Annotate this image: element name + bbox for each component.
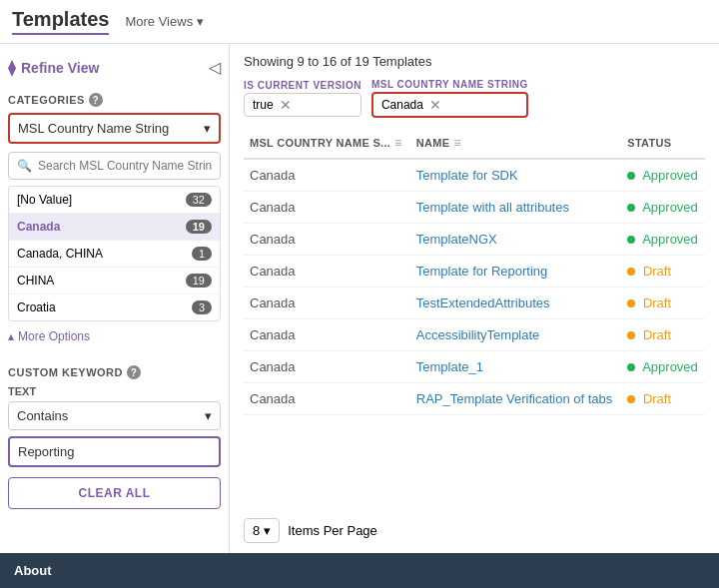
cell-country: Canada (244, 256, 410, 288)
table-row: Canada Template with all attributes Appr… (244, 192, 705, 224)
filter-item-no-value[interactable]: [No Value] 32 (9, 187, 220, 214)
main-layout: ⧫ Refine View ◁ CATEGORIES ? MSL Country… (0, 44, 719, 553)
cell-name[interactable]: Template_1 (410, 351, 621, 383)
refine-title: ⧫ Refine View (8, 59, 99, 77)
cell-name[interactable]: AccessibilityTemplate (410, 319, 621, 351)
cell-name[interactable]: Template with all attributes (410, 192, 621, 224)
categories-label: CATEGORIES ? (8, 93, 221, 107)
status-dot-icon (627, 395, 635, 403)
category-search-box[interactable]: 🔍 (8, 152, 221, 180)
custom-keyword-help-icon: ? (127, 365, 141, 379)
filter-tag-group-country: MSL COUNTRY NAME STRING Canada ✕ (371, 79, 528, 118)
per-page-dropdown[interactable]: 8 ▾ (244, 518, 280, 543)
col-header-country: MSL COUNTRY NAME S... ≡ (244, 128, 410, 159)
results-table-container: MSL COUNTRY NAME S... ≡ NAME ≡ (230, 128, 719, 508)
filter-list: [No Value] 32 Canada 19 Canada, CHINA 1 … (8, 186, 221, 321)
status-dot-icon (627, 204, 635, 212)
cell-country: Canada (244, 383, 410, 415)
collapse-sidebar-button[interactable]: ◁ (209, 58, 221, 77)
chevron-down-icon: ▾ (205, 408, 212, 423)
filter-item-china[interactable]: CHINA 19 (9, 268, 220, 294)
cell-country: Canada (244, 192, 410, 224)
chevron-down-icon: ▾ (197, 14, 204, 29)
filter-item-canada[interactable]: Canada 19 (9, 214, 220, 241)
footer: About (0, 553, 719, 588)
filter-tag-group-version: IS CURRENT VERSION true ✕ (244, 80, 361, 117)
sidebar: ⧫ Refine View ◁ CATEGORIES ? MSL Country… (0, 44, 230, 553)
chevron-up-icon: ▴ (8, 329, 14, 343)
cell-status: Draft (621, 288, 705, 319)
table-row: Canada Template_1 Approved (244, 351, 705, 383)
remove-version-filter-button[interactable]: ✕ (280, 97, 292, 113)
table-row: Canada Template for SDK Approved (244, 159, 705, 192)
table-row: Canada AccessibilityTemplate Draft (244, 319, 705, 351)
cell-country: Canada (244, 319, 410, 351)
col-header-name: NAME ≡ (410, 128, 621, 159)
cell-country: Canada (244, 159, 410, 192)
keyword-text-input[interactable] (8, 436, 221, 467)
refine-header: ⧫ Refine View ◁ (8, 52, 221, 83)
pagination-bar: 8 ▾ Items Per Page (230, 508, 719, 553)
status-dot-icon (627, 236, 635, 244)
chevron-down-icon: ▾ (204, 121, 211, 136)
table-row: Canada Template for Reporting Draft (244, 256, 705, 288)
custom-keyword-section: CUSTOM KEYWORD ? TEXT Contains ▾ (8, 355, 221, 467)
col-header-status: STATUS (621, 128, 705, 159)
cell-country: Canada (244, 224, 410, 256)
content-panel: Showing 9 to 16 of 19 Templates IS CURRE… (230, 44, 719, 553)
filter-tag-country: Canada ✕ (371, 92, 528, 118)
filter-icon: ⧫ (8, 59, 15, 77)
cell-name[interactable]: Template for Reporting (410, 256, 621, 288)
cell-status: Draft (621, 256, 705, 288)
cell-status: Approved (621, 192, 705, 224)
per-page-label: Items Per Page (288, 523, 377, 538)
cell-name[interactable]: RAP_Template Verification of tabs (410, 383, 621, 415)
cell-country: Canada (244, 288, 410, 319)
col-menu-country-icon[interactable]: ≡ (394, 136, 401, 150)
status-dot-icon (627, 299, 635, 307)
footer-about-label: About (14, 563, 52, 578)
more-views-label: More Views (125, 14, 193, 29)
more-views-button[interactable]: More Views ▾ (125, 14, 204, 29)
cell-country: Canada (244, 351, 410, 383)
status-dot-icon (627, 172, 635, 180)
cell-name[interactable]: TestExtendedAttributes (410, 288, 621, 319)
table-row: Canada TemplateNGX Approved (244, 224, 705, 256)
table-row: Canada TestExtendedAttributes Draft (244, 288, 705, 319)
remove-country-filter-button[interactable]: ✕ (429, 97, 441, 113)
category-dropdown[interactable]: MSL Country Name String ▾ (8, 113, 221, 144)
chevron-down-icon: ▾ (264, 523, 271, 538)
page-title: Templates (12, 8, 109, 35)
custom-keyword-label: CUSTOM KEYWORD ? (8, 365, 221, 379)
text-label: TEXT (8, 385, 221, 397)
filter-item-croatia[interactable]: Croatia 3 (9, 294, 220, 320)
cell-name[interactable]: Template for SDK (410, 159, 621, 192)
status-dot-icon (627, 268, 635, 276)
cell-status: Draft (621, 383, 705, 415)
cell-status: Approved (621, 351, 705, 383)
cell-status: Approved (621, 159, 705, 192)
filter-item-canada-china[interactable]: Canada, CHINA 1 (9, 241, 220, 268)
more-options-button[interactable]: ▴ More Options (8, 329, 221, 343)
cell-status: Draft (621, 319, 705, 351)
app-header: Templates More Views ▾ (0, 0, 719, 44)
cell-name[interactable]: TemplateNGX (410, 224, 621, 256)
status-dot-icon (627, 331, 635, 339)
search-icon: 🔍 (17, 159, 32, 173)
categories-help-icon: ? (89, 93, 103, 107)
results-table: MSL COUNTRY NAME S... ≡ NAME ≡ (244, 128, 705, 415)
category-search-input[interactable] (38, 159, 212, 173)
clear-all-button[interactable]: CLEAR ALL (8, 477, 221, 509)
content-header: Showing 9 to 16 of 19 Templates IS CURRE… (230, 44, 719, 128)
showing-count-text: Showing 9 to 16 of 19 Templates (244, 54, 705, 69)
col-menu-name-icon[interactable]: ≡ (453, 136, 460, 150)
filter-tag-version: true ✕ (244, 93, 361, 117)
contains-dropdown[interactable]: Contains ▾ (8, 401, 221, 430)
table-row: Canada RAP_Template Verification of tabs… (244, 383, 705, 415)
active-filters-bar: IS CURRENT VERSION true ✕ MSL COUNTRY NA… (244, 79, 705, 118)
status-dot-icon (627, 363, 635, 371)
cell-status: Approved (621, 224, 705, 256)
